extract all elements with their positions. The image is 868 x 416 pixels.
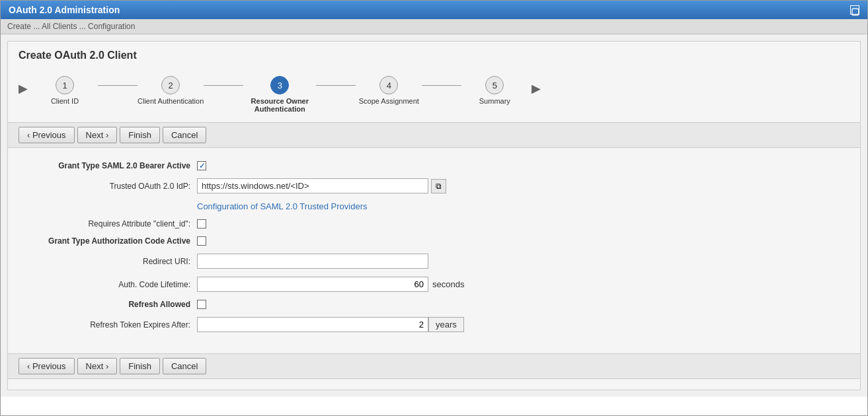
title-bar: OAuth 2.0 Administration ▢	[1, 1, 867, 19]
wizard-connector-2	[204, 85, 243, 86]
wizard-step-1: 1 Client ID	[32, 76, 98, 105]
top-finish-button[interactable]: Finish	[120, 127, 160, 143]
requires-attr-label: Requires Attribute "client_id":	[19, 219, 197, 228]
wizard-step-circle-4: 4	[379, 76, 398, 94]
wizard-step-circle-5: 5	[485, 76, 504, 94]
wizard-start-arrow: ▶	[19, 81, 28, 96]
auth-code-lifetime-input[interactable]	[197, 277, 428, 292]
refresh-allowed-checkbox[interactable]	[197, 300, 206, 309]
top-next-button[interactable]: Next	[77, 127, 118, 143]
redirect-uri-row: Redirect URI:	[19, 254, 849, 269]
wizard-connector-4	[422, 85, 461, 86]
wizard-step-3: 3 Resource Owner Authentication	[243, 76, 316, 113]
wizard-step-circle-1: 1	[56, 76, 74, 94]
trusted-idp-wrapper: ⧉	[197, 178, 446, 193]
grant-type-auth-row: Grant Type Authorization Code Active	[19, 236, 849, 246]
wizard-step-circle-2: 2	[161, 76, 180, 94]
wizard-connector-1	[98, 85, 138, 86]
wizard-step-5: 5 Summary	[461, 76, 528, 105]
bottom-next-button[interactable]: Next	[77, 358, 118, 374]
bottom-cancel-button[interactable]: Cancel	[163, 358, 206, 374]
refresh-expires-input[interactable]	[197, 317, 428, 332]
grant-type-saml-row: Grant Type SAML 2.0 Bearer Active	[19, 161, 849, 170]
redirect-uri-input[interactable]	[197, 254, 428, 269]
wizard-steps: ▶ 1 Client ID 2 Client Authentication	[19, 71, 849, 122]
breadcrumb: Create ... All Clients ... Configuration	[1, 19, 867, 34]
wizard-step-label-5: Summary	[479, 97, 510, 105]
grant-type-auth-label: Grant Type Authorization Code Active	[19, 236, 197, 246]
form-area: Grant Type SAML 2.0 Bearer Active Truste…	[19, 148, 849, 347]
refresh-expires-unit: years	[428, 317, 464, 332]
auth-code-lifetime-label: Auth. Code Lifetime:	[19, 280, 197, 289]
redirect-uri-label: Redirect URI:	[19, 257, 197, 266]
requires-attr-checkbox[interactable]	[197, 219, 206, 228]
refresh-allowed-label: Refresh Allowed	[19, 300, 197, 309]
wizard-step-label-4: Scope Assignment	[359, 97, 419, 105]
grant-type-saml-checkbox[interactable]	[197, 161, 206, 170]
top-previous-button[interactable]: Previous	[19, 127, 75, 143]
grant-type-auth-checkbox[interactable]	[197, 236, 206, 246]
wizard-connector-3	[316, 85, 356, 86]
auth-code-lifetime-unit: seconds	[432, 279, 464, 289]
grant-type-saml-label: Grant Type SAML 2.0 Bearer Active	[19, 161, 197, 170]
bottom-previous-button[interactable]: Previous	[19, 358, 75, 374]
requires-attr-row: Requires Attribute "client_id":	[19, 219, 849, 228]
refresh-allowed-row: Refresh Allowed	[19, 300, 849, 309]
bottom-finish-button[interactable]: Finish	[120, 358, 160, 374]
wizard-step-label-2: Client Authentication	[138, 97, 204, 105]
wizard-end-arrow: ▶	[532, 81, 541, 96]
trusted-idp-label: Trusted OAuth 2.0 IdP:	[19, 182, 197, 191]
wizard-step-label-1: Client ID	[51, 97, 79, 105]
refresh-expires-label: Refresh Token Expires After:	[19, 320, 197, 329]
window-title: OAuth 2.0 Administration	[9, 5, 120, 15]
wizard-step-circle-3: 3	[270, 76, 289, 94]
page-content: Create OAuth 2.0 Client ▶ 1 Client ID 2	[1, 34, 867, 397]
trusted-idp-copy-button[interactable]: ⧉	[431, 179, 446, 193]
window-frame: OAuth 2.0 Administration ▢ Create ... Al…	[0, 0, 868, 416]
create-panel: Create OAuth 2.0 Client ▶ 1 Client ID 2	[7, 41, 861, 390]
top-cancel-button[interactable]: Cancel	[163, 127, 206, 143]
wizard-step-label-3: Resource Owner Authentication	[243, 97, 316, 113]
config-link-row: Configuration of SAML 2.0 Trusted Provid…	[19, 201, 849, 211]
maximize-icon[interactable]: ▢	[850, 5, 859, 15]
bottom-toolbar: Previous Next Finish Cancel	[8, 353, 860, 379]
config-link[interactable]: Configuration of SAML 2.0 Trusted Provid…	[197, 201, 367, 211]
trusted-idp-input[interactable]	[197, 178, 428, 193]
panel-title: Create OAuth 2.0 Client	[19, 50, 849, 61]
refresh-expires-row: Refresh Token Expires After: years	[19, 317, 849, 332]
top-toolbar: Previous Next Finish Cancel	[8, 122, 860, 148]
wizard-step-4: 4 Scope Assignment	[356, 76, 422, 105]
auth-code-lifetime-row: Auth. Code Lifetime: seconds	[19, 277, 849, 292]
wizard-step-2: 2 Client Authentication	[138, 76, 204, 105]
trusted-idp-row: Trusted OAuth 2.0 IdP: ⧉	[19, 178, 849, 193]
